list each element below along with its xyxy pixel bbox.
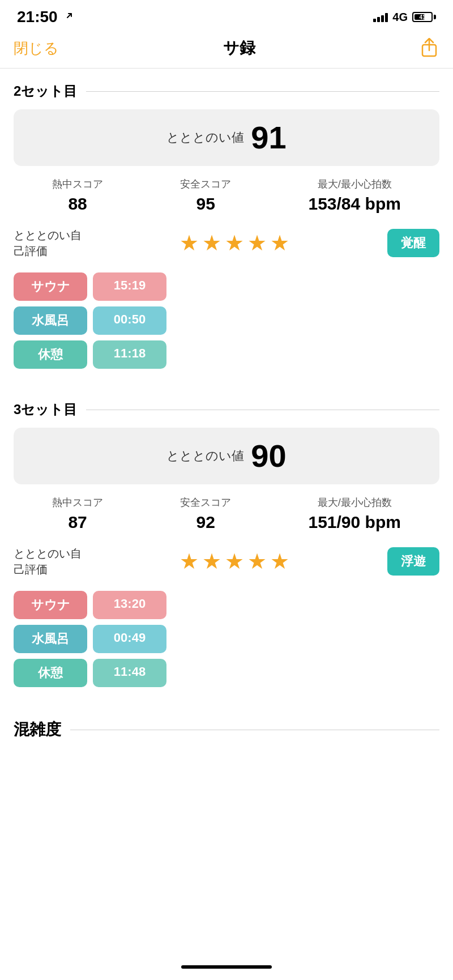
set3-tag-rest-time: 11:48 [93,659,166,687]
set3-stat-value-0: 87 [52,513,103,532]
share-icon [421,38,438,58]
battery-icon: 41 [412,12,436,22]
nav-title: サ録 [223,37,255,59]
status-bar: 21:50 4G 41 [0,0,453,32]
set2-stat-value-1: 95 [180,194,231,214]
set2-tag-water: 水風呂 [14,306,87,335]
set3-tag-sauna: サウナ [14,591,87,619]
set2-stat-1: 安全スコア 95 [180,177,231,214]
set3-stat-label-2: 最大/最小心拍数 [308,496,400,509]
set2-stats-row: 熱中スコア 88 安全スコア 95 最大/最小心拍数 153/84 bpm [14,177,439,214]
set2-stars: ★ ★ ★ ★ ★ [180,232,289,254]
set3-stars: ★ ★ ★ ★ ★ [180,551,289,572]
set2-stat-0: 熱中スコア 88 [52,177,103,214]
set3-stat-label-1: 安全スコア [180,496,231,509]
set3-section: 3セット目 とととのい値 90 熱中スコア 87 安全スコア 92 最大/最小心… [0,387,453,687]
set2-tag-water-time: 00:50 [93,306,166,335]
set2-score-label: とととのい値 [166,129,244,146]
set3-star-4: ★ [247,551,267,572]
home-indicator [181,965,272,969]
bottom-title: 混雑度 [14,719,61,740]
set3-star-3: ★ [225,551,244,572]
set3-star-5: ★ [270,551,289,572]
set2-score-value: 91 [251,122,286,154]
bottom-divider [70,730,439,730]
set2-star-4: ★ [247,232,267,254]
set2-stat-value-2: 153/84 bpm [308,194,400,214]
set2-title: 2セット目 [14,82,77,100]
set2-header: 2セット目 [14,69,439,109]
set3-star-2: ★ [202,551,221,572]
network-label: 4G [392,11,408,24]
set3-eval-row: とととのい自己評価 ★ ★ ★ ★ ★ 浮遊 [14,546,439,577]
set2-star-3: ★ [225,232,244,254]
set2-eval-label: とととのい自己評価 [14,227,82,259]
set2-star-1: ★ [180,232,199,254]
set3-eval-badge: 浮遊 [387,547,439,576]
nav-bar: 閉じる サ録 [0,32,453,69]
set3-divider [86,410,439,410]
set2-star-2: ★ [202,232,221,254]
set2-tag-rest: 休憩 [14,340,87,369]
set2-star-5: ★ [270,232,289,254]
set3-title: 3セット目 [14,400,77,419]
status-right: 4G 41 [373,11,436,24]
set3-stat-0: 熱中スコア 87 [52,496,103,532]
set3-tag-rest: 休憩 [14,659,87,687]
set3-score-value: 90 [251,440,286,472]
set2-activity-grid: サウナ 15:19 水風呂 00:50 休憩 11:18 [14,272,166,369]
set2-tag-sauna: サウナ [14,272,87,301]
set3-eval-label: とととのい自己評価 [14,546,82,577]
close-button[interactable]: 閉じる [14,39,59,58]
set2-stat-label-0: 熱中スコア [52,177,103,191]
set2-eval-badge: 覚醒 [387,229,439,257]
signal-icon [373,12,388,22]
set2-stat-label-1: 安全スコア [180,177,231,191]
set2-section: 2セット目 とととのい値 91 熱中スコア 88 安全スコア 95 最大/最小心… [0,69,453,369]
status-time: 21:50 [17,8,72,26]
set2-score-card: とととのい値 91 [14,109,439,166]
set3-stat-label-0: 熱中スコア [52,496,103,509]
set3-stat-value-2: 151/90 bpm [308,513,400,532]
set3-header: 3セット目 [14,387,439,428]
set2-stat-label-2: 最大/最小心拍数 [308,177,400,191]
bottom-section: 混雑度 [0,705,453,749]
set3-score-card: とととのい値 90 [14,428,439,484]
set2-stat-value-0: 88 [52,194,103,214]
set2-stat-2: 最大/最小心拍数 153/84 bpm [308,177,400,214]
set3-stat-value-1: 92 [180,513,231,532]
set3-activity-grid: サウナ 13:20 水風呂 00:49 休憩 11:48 [14,591,166,687]
set3-score-label: とととのい値 [166,448,244,465]
set2-tag-sauna-time: 15:19 [93,272,166,301]
set3-tag-sauna-time: 13:20 [93,591,166,619]
home-indicator-container [0,965,453,969]
share-button[interactable] [419,38,439,58]
set2-tag-rest-time: 11:18 [93,340,166,369]
set2-divider [86,91,439,92]
set3-stat-2: 最大/最小心拍数 151/90 bpm [308,496,400,532]
set3-star-1: ★ [180,551,199,572]
set3-stats-row: 熱中スコア 87 安全スコア 92 最大/最小心拍数 151/90 bpm [14,496,439,532]
set3-tag-water: 水風呂 [14,625,87,653]
set3-tag-water-time: 00:49 [93,625,166,653]
set2-eval-row: とととのい自己評価 ★ ★ ★ ★ ★ 覚醒 [14,227,439,259]
set3-stat-1: 安全スコア 92 [180,496,231,532]
